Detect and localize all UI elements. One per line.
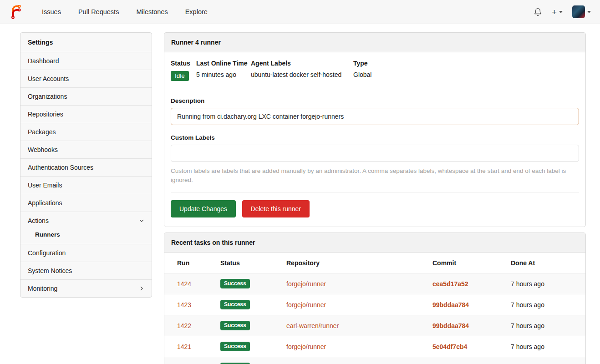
run-link[interactable]: 1424	[177, 280, 191, 288]
table-row: 1421 Success forgejo/runner 5e04df7cb4 7…	[164, 336, 585, 357]
runner-edit-panel: Runner 4 runner Status Idle Last Online …	[164, 32, 586, 227]
nav-link-issues[interactable]: Issues	[33, 8, 70, 15]
sidebar-item-user-accounts[interactable]: User Accounts	[20, 70, 152, 87]
notifications-button[interactable]	[534, 8, 542, 16]
repository-link[interactable]: forgejo/runner	[286, 301, 326, 308]
type-value: Global	[353, 71, 371, 78]
avatar	[572, 5, 585, 18]
sidebar-item-monitoring[interactable]: Monitoring	[20, 279, 152, 297]
type-label: Type	[353, 60, 371, 67]
custom-labels-label: Custom Labels	[171, 134, 579, 141]
sidebar-item-label: Webhooks	[28, 146, 58, 153]
chevron-right-icon	[139, 286, 144, 291]
table-row: 1424 Success forgejo/runner cea5d17a52 7…	[164, 273, 585, 294]
sidebar-item-actions[interactable]: Actions	[20, 212, 152, 229]
status-badge: Success	[220, 342, 250, 351]
last-online-value: 5 minutes ago	[196, 71, 251, 78]
description-input[interactable]	[171, 108, 579, 125]
custom-labels-help-text: Custom labels are labels that are added …	[171, 167, 579, 184]
last-online-label: Last Online Time	[196, 60, 251, 67]
repository-link[interactable]: earl-warren/runner	[286, 322, 339, 329]
table-row: 1423 Success forgejo/runner 99bddaa784 7…	[164, 294, 585, 315]
sidebar-item-label: Organizations	[28, 93, 67, 100]
sidebar-item-label: Repositories	[28, 111, 63, 118]
status-badge: Idle	[171, 71, 189, 81]
sidebar-item-dashboard[interactable]: Dashboard	[20, 52, 152, 70]
table-row: 1422 Success earl-warren/runner 99bddaa7…	[164, 315, 585, 336]
done-at-value: 7 hours ago	[511, 301, 544, 308]
sidebar-item-label: Dashboard	[28, 57, 59, 65]
navbar-right: +	[534, 5, 591, 18]
status-badge: Success	[220, 279, 250, 288]
run-link[interactable]: 1423	[177, 301, 191, 308]
runner-type-column: Type Global	[353, 60, 371, 81]
runner-agent-labels-column: Agent Labels ubuntu-latest docker self-h…	[251, 60, 353, 81]
commit-link[interactable]: 5e04df7cb4	[432, 343, 467, 350]
sidebar-item-label: Configuration	[28, 249, 66, 257]
column-header-commit: Commit	[429, 253, 507, 273]
sidebar-item-configuration[interactable]: Configuration	[20, 244, 152, 262]
sidebar-item-packages[interactable]: Packages	[20, 123, 152, 141]
form-divider	[171, 192, 579, 192]
tasks-table: Run Status Repository Commit Done At 142…	[164, 253, 585, 364]
sidebar-item-system-notices[interactable]: System Notices	[20, 262, 152, 279]
plus-icon: +	[552, 8, 557, 16]
main-content: Runner 4 runner Status Idle Last Online …	[164, 32, 586, 364]
chevron-down-icon	[139, 218, 144, 223]
runner-meta-row: Status Idle Last Online Time 5 minutes a…	[171, 59, 579, 84]
sidebar-item-applications[interactable]: Applications	[20, 194, 152, 212]
update-changes-button[interactable]: Update Changes	[171, 200, 236, 217]
bell-icon	[534, 8, 542, 16]
column-header-done-at: Done At	[507, 253, 585, 273]
sidebar-item-label: User Emails	[28, 182, 62, 189]
delete-runner-button[interactable]: Delete this runner	[242, 200, 310, 217]
status-label: Status	[171, 60, 196, 67]
nav-link-explore[interactable]: Explore	[177, 8, 216, 15]
description-label: Description	[171, 97, 579, 104]
runner-last-online-column: Last Online Time 5 minutes ago	[196, 60, 251, 81]
recent-tasks-panel: Recent tasks on this runner Run Status R…	[164, 233, 586, 364]
recent-tasks-title: Recent tasks on this runner	[164, 233, 585, 253]
commit-link[interactable]: cea5d17a52	[432, 280, 468, 288]
create-new-menu[interactable]: +	[552, 8, 563, 16]
sidebar-item-label: Monitoring	[28, 285, 57, 292]
sidebar-title: Settings	[20, 33, 152, 52]
sidebar-item-label: System Notices	[28, 267, 72, 274]
sidebar-item-organizations[interactable]: Organizations	[20, 87, 152, 105]
sidebar-item-webhooks[interactable]: Webhooks	[20, 141, 152, 158]
top-navbar: Issues Pull Requests Milestones Explore …	[0, 0, 600, 24]
sidebar-item-repositories[interactable]: Repositories	[20, 105, 152, 123]
status-badge: Success	[220, 321, 250, 330]
chevron-down-icon	[559, 11, 563, 13]
sidebar-item-user-emails[interactable]: User Emails	[20, 176, 152, 194]
agent-labels-value: ubuntu-latest docker self-hosted	[251, 71, 353, 78]
custom-labels-input[interactable]	[171, 145, 579, 162]
run-link[interactable]: 1421	[177, 343, 191, 350]
done-at-value: 7 hours ago	[511, 343, 544, 350]
sidebar-item-label: Authentication Sources	[28, 164, 93, 171]
repository-link[interactable]: forgejo/runner	[286, 343, 326, 350]
done-at-value: 7 hours ago	[511, 322, 544, 329]
sidebar-item-label: Actions	[28, 217, 49, 224]
repository-link[interactable]: forgejo/runner	[286, 280, 326, 288]
run-link[interactable]: 1422	[177, 322, 191, 329]
nav-link-pull-requests[interactable]: Pull Requests	[70, 8, 127, 15]
chevron-down-icon	[587, 11, 591, 13]
column-header-repository: Repository	[283, 253, 429, 273]
sidebar-item-runners[interactable]: Runners	[20, 229, 152, 244]
sidebar-item-label: User Accounts	[28, 75, 69, 82]
sidebar-item-label: Packages	[28, 128, 56, 136]
commit-link[interactable]: 99bddaa784	[432, 301, 469, 308]
user-menu[interactable]	[572, 5, 591, 18]
commit-link[interactable]: 99bddaa784	[432, 322, 469, 329]
forgejo-logo-icon[interactable]	[9, 5, 23, 19]
runner-panel-body: Status Idle Last Online Time 5 minutes a…	[164, 52, 585, 227]
sidebar-item-authentication-sources[interactable]: Authentication Sources	[20, 158, 152, 176]
form-buttons-row: Update Changes Delete this runner	[171, 200, 579, 217]
done-at-value: 7 hours ago	[511, 280, 544, 288]
table-row: 1420 Success actions/setup-forgejo fde64…	[164, 357, 585, 364]
sidebar-item-label: Applications	[28, 199, 62, 207]
status-badge: Success	[220, 300, 250, 309]
nav-link-milestones[interactable]: Milestones	[127, 8, 176, 15]
runner-panel-title: Runner 4 runner	[164, 33, 585, 52]
